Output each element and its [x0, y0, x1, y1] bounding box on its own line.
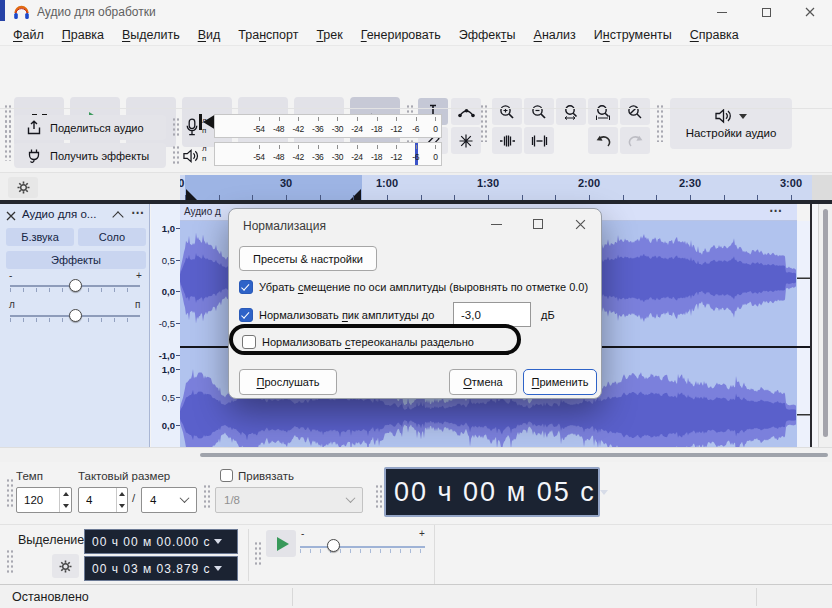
track-collapse-icon[interactable]: [112, 211, 123, 222]
get-effects-label: Получить эффекты: [50, 150, 149, 162]
note-value-select[interactable]: 4: [141, 487, 197, 513]
vertical-scrollbar-thumb[interactable]: [823, 209, 828, 437]
share-audio-label: Поделиться аудио: [50, 122, 144, 134]
beats-spinner[interactable]: [78, 487, 128, 513]
dialog-maximize-button[interactable]: [523, 213, 553, 235]
tempo-spinner[interactable]: [16, 487, 72, 513]
mute-button[interactable]: Б.звука: [6, 228, 74, 246]
timeline-ruler[interactable]: 0301:001:302:002:303:00: [180, 175, 812, 201]
meter-scale-tick: [337, 145, 338, 149]
normalize-dialog: Нормализация Пресеты & настройки Убрать …: [228, 208, 602, 399]
vertical-scrollbar[interactable]: [818, 204, 832, 447]
dialog-title: Нормализация: [243, 219, 326, 233]
window-edge-accent: [0, 0, 5, 21]
tempo-spin-arrows[interactable]: [59, 488, 71, 512]
cancel-button[interactable]: Отмена: [449, 369, 517, 395]
playback-meter[interactable]: -54-48-42-36-30-24-18-12-60: [214, 142, 442, 166]
menu-item-6[interactable]: Генерировать: [352, 24, 450, 45]
speaker-icon: [183, 148, 201, 164]
maximize-button[interactable]: [744, 0, 788, 24]
gain-slider-thumb[interactable]: [69, 279, 82, 292]
meter-scale-tick: [416, 145, 417, 149]
selection-options-button[interactable]: [52, 554, 79, 578]
meter-scale-label: -54: [253, 124, 264, 134]
dialog-close-button[interactable]: [565, 213, 595, 235]
beats-input[interactable]: [79, 488, 116, 512]
minimize-button[interactable]: [700, 0, 744, 24]
horizontal-scrollbar[interactable]: [0, 447, 832, 462]
share-meters-row: Поделиться аудио Получить эффекты л п -5…: [0, 108, 832, 172]
snap-checkbox[interactable]: [220, 469, 233, 482]
solo-button[interactable]: Соло: [78, 228, 146, 246]
menu-item-0[interactable]: Файл: [4, 24, 53, 45]
beats-spin-arrows[interactable]: [116, 488, 127, 512]
meter-scale-tick: [337, 117, 338, 121]
normalize-peak-checkbox[interactable]: [239, 308, 253, 322]
grip-handle[interactable]: [203, 484, 210, 510]
speed-slider[interactable]: [300, 546, 425, 548]
grip-handle[interactable]: [4, 119, 11, 161]
horizontal-scrollbar-thumb[interactable]: [200, 453, 828, 457]
pan-slider-thumb[interactable]: [69, 309, 82, 322]
grip-handle[interactable]: [6, 549, 13, 575]
meter-scale-tick: [298, 145, 299, 149]
meter-scale-label: 0: [433, 124, 437, 134]
menu-item-1[interactable]: Правка: [53, 24, 113, 45]
time-display[interactable]: 00 ч 00 м 05 с: [384, 467, 600, 517]
remove-dc-checkbox[interactable]: [239, 280, 253, 294]
meter-scale-tick: [259, 117, 260, 121]
selection-start-field[interactable]: 00 ч 00 м 00.000 с: [84, 529, 238, 554]
grip-handle[interactable]: [375, 484, 382, 510]
meter-scale-label: -42: [292, 152, 303, 162]
menu-item-2[interactable]: Выделить: [113, 24, 189, 45]
selection-label: Выделение: [18, 533, 84, 547]
close-button[interactable]: [788, 0, 832, 24]
status-separator: [756, 588, 757, 606]
ruler-time-label: 2:00: [578, 177, 600, 189]
menu-item-10[interactable]: Справка: [681, 24, 748, 45]
get-effects-button[interactable]: Получить эффекты: [14, 143, 166, 168]
grip-handle[interactable]: [6, 478, 13, 508]
meter-scale-label: -18: [371, 152, 382, 162]
track-title[interactable]: Аудио для о...: [22, 208, 96, 220]
selection-end-field[interactable]: 00 ч 03 м 03.879 с: [84, 556, 238, 581]
grip-handle[interactable]: [172, 145, 179, 165]
menu-item-9[interactable]: Инструменты: [585, 24, 681, 45]
tempo-input[interactable]: [17, 488, 59, 512]
vertical-scale[interactable]: 1,00,50,0-0,5-1,01,00,50,0: [151, 204, 180, 447]
timeline-options-button[interactable]: [8, 177, 38, 198]
menu-item-8[interactable]: Анализ: [525, 24, 585, 45]
track-effects-button[interactable]: Эффекты: [6, 251, 146, 269]
presets-settings-button[interactable]: Пресеты & настройки: [239, 246, 377, 271]
preview-button[interactable]: Прослушать: [239, 369, 337, 395]
share-audio-button[interactable]: Поделиться аудио: [14, 115, 166, 140]
toolbar-separator: [434, 525, 435, 585]
gear-icon: [58, 559, 73, 574]
meter-scale-label: -6: [412, 124, 419, 134]
meter-scale-label: -54: [253, 152, 264, 162]
track-close-icon[interactable]: [6, 211, 16, 221]
speed-minus-label: -: [301, 528, 304, 539]
menu-item-4[interactable]: Транспорт: [229, 24, 307, 45]
meter-scale-label: 0: [433, 152, 437, 162]
menu-item-5[interactable]: Трек: [307, 24, 351, 45]
status-bar: Остановлено: [0, 584, 832, 608]
recording-meter[interactable]: -54-48-42-36-30-24-18-12-60: [214, 114, 442, 138]
selection-toolbar: Выделение 00 ч 00 м 00.000 с 00 ч 03 м 0…: [0, 524, 832, 584]
menu-item-7[interactable]: Эффекты: [450, 24, 525, 45]
grip-handle[interactable]: [254, 541, 261, 567]
dialog-minimize-button[interactable]: [481, 213, 511, 235]
speed-slider-thumb[interactable]: [327, 539, 340, 552]
chevron-down-icon: [180, 493, 190, 503]
meter-scale-tick: [377, 117, 378, 121]
track-menu-icon[interactable]: ⋯: [131, 208, 145, 218]
play-at-speed-button[interactable]: [266, 530, 296, 557]
grip-handle[interactable]: [172, 117, 179, 137]
menu-item-3[interactable]: Вид: [189, 24, 230, 45]
clip-menu-icon[interactable]: ⋯: [769, 206, 783, 216]
meter-scale-label: -12: [390, 124, 401, 134]
window-title: Аудио для обработки: [37, 5, 156, 19]
apply-button[interactable]: Применить: [523, 369, 597, 395]
close-icon: [805, 7, 815, 17]
meter-scale-label: -18: [371, 124, 382, 134]
